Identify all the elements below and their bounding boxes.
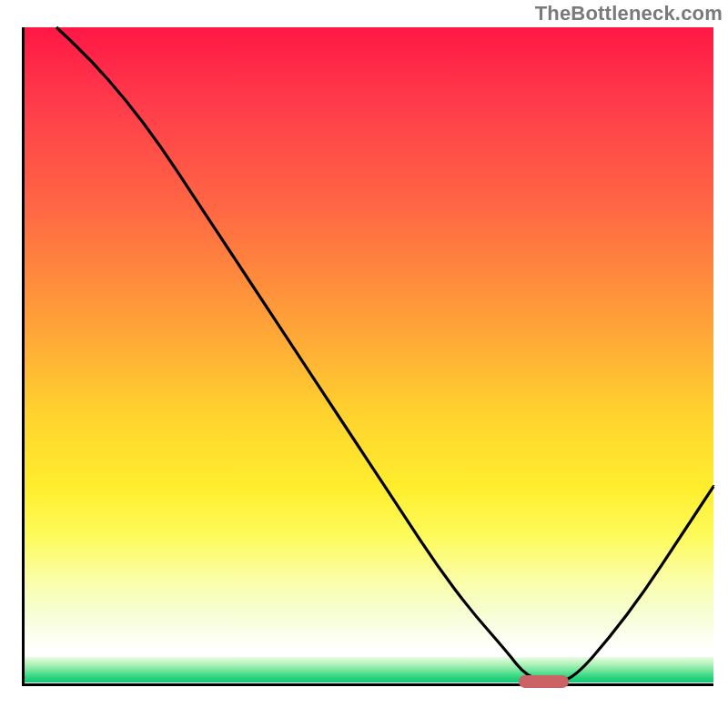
bottleneck-curve xyxy=(22,27,713,706)
optimal-marker xyxy=(519,675,569,688)
chart-stage: TheBottleneck.com xyxy=(0,0,728,728)
plot-area xyxy=(22,27,713,706)
bottleneck-curve-path xyxy=(56,27,713,682)
watermark-text: TheBottleneck.com xyxy=(535,2,723,25)
